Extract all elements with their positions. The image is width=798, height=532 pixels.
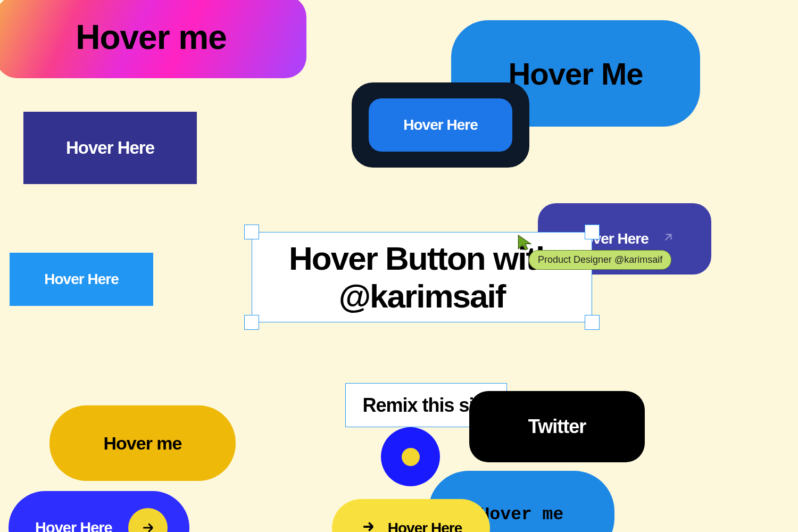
button-label: Twitter <box>528 415 586 438</box>
twitter-button[interactable]: Twitter <box>469 391 645 462</box>
selection-handle[interactable] <box>244 315 259 330</box>
lightblue-hover-button[interactable]: Hover Here <box>10 253 153 306</box>
button-label: Hover Here <box>35 519 112 533</box>
selection-handle[interactable] <box>585 315 600 330</box>
dark-framed-button[interactable]: Hover Here <box>369 98 512 152</box>
button-label: Hover Here <box>403 117 477 134</box>
yellow-arrow-left-button[interactable]: Hover Here <box>332 499 490 532</box>
selection-handle[interactable] <box>244 225 259 239</box>
button-label: Hover Me <box>508 56 643 92</box>
selection-title-frame[interactable]: Hover Button with @karimsaif <box>252 232 592 322</box>
button-label: Hover Here <box>44 271 118 288</box>
button-label: Hover Here <box>388 520 462 532</box>
button-label: Hover me <box>76 18 227 57</box>
indigo-hover-button[interactable]: Hover Here <box>23 112 197 184</box>
button-label: Hover Here <box>66 138 154 158</box>
yellow-pill-button[interactable]: Hover me <box>49 405 236 481</box>
record-dot-icon <box>381 427 440 486</box>
arrow-right-icon <box>360 519 376 533</box>
gradient-hover-button[interactable]: Hover me <box>0 0 306 78</box>
blue-arrow-circle-button[interactable]: Hover Here <box>9 491 189 532</box>
cursor-tooltip: Product Designer @karimsaif <box>529 250 671 270</box>
tooltip-text: Product Designer @karimsaif <box>538 254 662 265</box>
button-label: Hover me <box>104 433 182 454</box>
selection-handle[interactable] <box>585 225 600 239</box>
arrow-right-icon <box>128 508 168 532</box>
button-label: Hover me <box>479 505 563 525</box>
arrow-up-right-icon <box>661 230 675 248</box>
dark-framed-button-container: Hover Here <box>352 82 529 168</box>
